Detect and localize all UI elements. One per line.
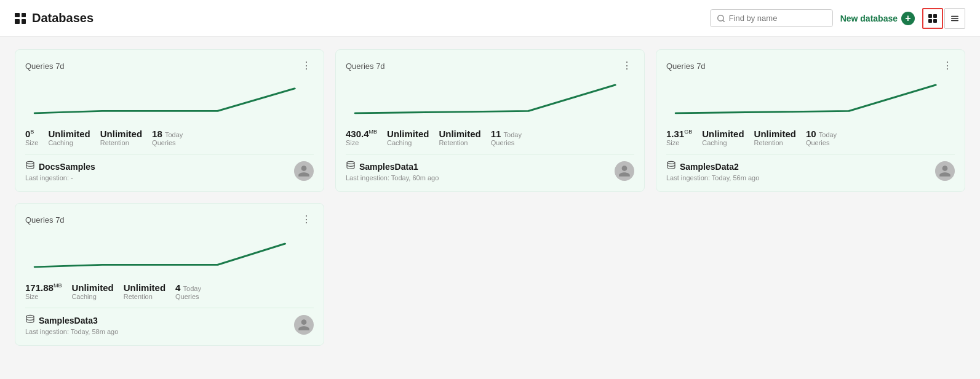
avatar-icon xyxy=(618,164,631,178)
last-ingestion: Last ingestion: Today, 60m ago xyxy=(346,174,439,182)
database-icon xyxy=(666,161,676,173)
database-icon xyxy=(346,161,356,173)
stat-value: Unlimited xyxy=(754,129,796,139)
card-footer: SamplesData2 Last ingestion: Today, 56m … xyxy=(666,154,955,182)
svg-point-5 xyxy=(26,161,34,164)
list-view-icon xyxy=(950,14,959,23)
stat-today-value: 10 Today xyxy=(806,129,837,139)
db-name-row: DocsSamples xyxy=(25,161,95,173)
chart-area xyxy=(666,74,955,124)
avatar xyxy=(615,161,634,181)
svg-point-6 xyxy=(347,161,354,164)
stat-today-value: 11 Today xyxy=(491,129,522,139)
card-header: Queries 7d ⋮ xyxy=(666,60,955,72)
svg-line-1 xyxy=(722,20,724,22)
stat-label: Caching xyxy=(387,139,429,146)
last-ingestion: Last ingestion: - xyxy=(25,174,95,182)
chart-area xyxy=(25,74,314,124)
search-box[interactable] xyxy=(710,9,833,27)
card-menu-button[interactable]: ⋮ xyxy=(299,60,314,72)
stat-item: Unlimited Caching xyxy=(387,129,429,146)
db-info: SamplesData3 Last ingestion: Today, 58m … xyxy=(25,314,118,335)
card-menu-button[interactable]: ⋮ xyxy=(619,60,634,72)
chart-svg xyxy=(25,228,314,277)
stat-label: Caching xyxy=(71,293,113,300)
stats-row: 0B Size Unlimited Caching Unlimited Rete… xyxy=(25,129,314,146)
stat-queries-label: Queries xyxy=(175,293,201,300)
stat-label: Retention xyxy=(100,139,142,146)
app-header: Databases New database + xyxy=(0,0,980,37)
card-chart-label: Queries 7d xyxy=(666,62,706,71)
stat-label: Size xyxy=(25,139,38,146)
stat-item: Unlimited Caching xyxy=(71,282,113,300)
card-footer: SamplesData3 Last ingestion: Today, 58m … xyxy=(25,308,314,335)
database-card-1: Queries 7d ⋮ 0B Size Unlimited Caching xyxy=(15,49,324,192)
avatar xyxy=(294,161,314,181)
avatar xyxy=(294,315,314,335)
new-database-plus-icon: + xyxy=(901,12,915,25)
stat-item: 430.4MB Size xyxy=(346,129,377,146)
new-database-button[interactable]: New database + xyxy=(840,12,915,25)
avatar-icon xyxy=(938,164,952,178)
stat-item: Unlimited Retention xyxy=(439,129,480,146)
stat-label: Retention xyxy=(439,139,480,146)
stat-item-today: 4 Today Queries xyxy=(175,282,201,300)
search-icon xyxy=(717,14,725,23)
database-card-4: Queries 7d ⋮ 171.88MB Size Unlimited Cac… xyxy=(15,203,324,346)
chart-area xyxy=(346,74,634,124)
view-toggle xyxy=(922,8,965,29)
avatar-icon xyxy=(297,318,311,332)
stat-value: Unlimited xyxy=(387,129,429,139)
stat-item: Unlimited Caching xyxy=(702,129,744,146)
stat-label: Retention xyxy=(124,293,165,300)
chart-svg xyxy=(666,74,955,124)
database-name[interactable]: SamplesData1 xyxy=(359,162,418,172)
stat-item: Unlimited Caching xyxy=(48,129,90,146)
search-input[interactable] xyxy=(729,14,826,23)
stat-value: Unlimited xyxy=(71,282,113,293)
stat-item: Unlimited Retention xyxy=(100,129,142,146)
stat-label: Size xyxy=(666,139,692,146)
card-footer: DocsSamples Last ingestion: - xyxy=(25,154,314,182)
last-ingestion: Last ingestion: Today, 56m ago xyxy=(666,174,759,182)
stat-value: Unlimited xyxy=(439,129,480,139)
grid-view-button[interactable] xyxy=(922,8,943,29)
stat-value: Unlimited xyxy=(124,282,165,293)
database-icon xyxy=(25,161,35,173)
card-menu-button[interactable]: ⋮ xyxy=(940,60,955,72)
main-content: Queries 7d ⋮ 0B Size Unlimited Caching xyxy=(0,37,980,358)
stat-label: Retention xyxy=(754,139,796,146)
stat-value: 1.31GB xyxy=(666,129,692,139)
database-card-2: Queries 7d ⋮ 430.4MB Size Unlimited Cach… xyxy=(335,49,645,192)
stat-value: Unlimited xyxy=(702,129,744,139)
stat-item: Unlimited Retention xyxy=(754,129,796,146)
stat-queries-label: Queries xyxy=(152,139,183,146)
stat-label: Caching xyxy=(48,139,90,146)
card-footer: SamplesData1 Last ingestion: Today, 60m … xyxy=(346,154,634,182)
stat-today-value: 18 Today xyxy=(152,129,183,139)
stat-value: 171.88MB xyxy=(25,282,62,293)
card-chart-label: Queries 7d xyxy=(346,62,385,71)
database-name[interactable]: DocsSamples xyxy=(39,162,95,172)
database-name[interactable]: SamplesData2 xyxy=(680,162,739,172)
stat-item: Unlimited Retention xyxy=(124,282,165,300)
list-view-button[interactable] xyxy=(944,8,965,29)
stat-value: Unlimited xyxy=(100,129,142,139)
database-name[interactable]: SamplesData3 xyxy=(39,316,98,325)
db-info: DocsSamples Last ingestion: - xyxy=(25,161,95,182)
stat-value: 430.4MB xyxy=(346,129,377,139)
database-icon xyxy=(25,314,35,327)
avatar xyxy=(935,161,955,181)
db-info: SamplesData1 Last ingestion: Today, 60m … xyxy=(346,161,439,182)
stats-row: 430.4MB Size Unlimited Caching Unlimited… xyxy=(346,129,634,146)
stat-label: Size xyxy=(25,293,62,300)
stat-label: Caching xyxy=(702,139,744,146)
stat-value: Unlimited xyxy=(48,129,90,139)
grid-view-icon xyxy=(928,14,937,23)
db-name-row: SamplesData2 xyxy=(666,161,759,173)
card-menu-button[interactable]: ⋮ xyxy=(299,213,314,226)
card-chart-label: Queries 7d xyxy=(25,62,65,71)
avatar-icon xyxy=(297,164,311,178)
chart-svg xyxy=(25,74,314,124)
stat-today-value: 4 Today xyxy=(175,282,201,293)
